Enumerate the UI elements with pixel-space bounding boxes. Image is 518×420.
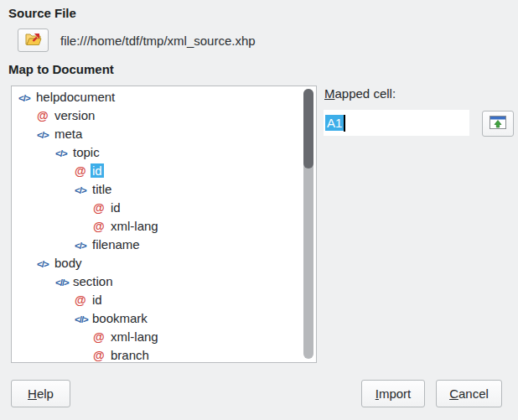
tree-item-label: filename — [91, 237, 142, 251]
xml-source-dialog: Source File file:///home/tdf/tmp/xml_sou… — [0, 0, 518, 420]
element-icon: </> — [18, 89, 34, 107]
tree-item-label: xml-lang — [109, 329, 160, 344]
tree-rows: </>helpdocument @version </>meta </>topi… — [12, 86, 316, 363]
repeating-element-icon: <//> — [55, 273, 71, 292]
element-icon: </> — [37, 126, 53, 144]
element-icon: </> — [75, 236, 91, 255]
mapped-cell-label: Mapped cell: — [324, 86, 396, 101]
tree-item-filename[interactable]: </>filename — [12, 236, 316, 254]
attribute-icon: @ — [93, 199, 109, 217]
tree-item-label: bookmark — [91, 311, 149, 325]
shrink-selection-icon — [490, 116, 506, 132]
cancel-button[interactable]: Cancel — [436, 380, 502, 407]
tree-item-label: body — [53, 256, 84, 270]
source-file-path: file:///home/tdf/tmp/xml_source.xhp — [60, 34, 256, 48]
tree-item-section[interactable]: <//>section — [12, 272, 316, 291]
tree-item-label: meta — [53, 127, 84, 141]
element-icon: </> — [55, 144, 71, 163]
tree-scrollbar-thumb[interactable] — [303, 89, 313, 169]
tree-item-title[interactable]: </>title — [12, 180, 316, 199]
map-to-document-heading: Map to Document — [8, 62, 114, 76]
attribute-icon: @ — [75, 162, 91, 180]
element-icon: </> — [37, 255, 53, 273]
tree-item-id2[interactable]: @id — [12, 291, 316, 309]
tree-item-id[interactable]: @id — [12, 199, 316, 217]
tree-item-xml-lang[interactable]: @xml-lang — [12, 217, 316, 236]
element-icon: </> — [75, 181, 91, 200]
tree-item-branch[interactable]: @branch — [12, 346, 316, 363]
import-button[interactable]: Import — [361, 380, 425, 407]
help-button[interactable]: Help — [11, 380, 70, 407]
repeating-element-icon: <//> — [75, 310, 91, 329]
xml-mapping-tree: </>helpdocument @version </>meta </>topi… — [11, 86, 317, 363]
tree-item-label: version — [53, 108, 96, 122]
tree-item-label: id — [109, 200, 122, 215]
tree-item-xml-lang2[interactable]: @xml-lang — [12, 328, 316, 346]
tree-scrollbar[interactable] — [303, 89, 313, 359]
mapped-cell-value: A1 — [325, 115, 344, 131]
tree-item-label: id — [91, 293, 104, 307]
attribute-icon: @ — [37, 106, 53, 125]
attribute-icon: @ — [93, 346, 109, 363]
tree-item-label: title — [91, 182, 113, 196]
mapped-cell-input[interactable]: A1 — [324, 110, 469, 136]
tree-item-meta[interactable]: </>meta — [12, 125, 316, 143]
tree-item-label: helpdocument — [34, 90, 117, 104]
open-folder-icon — [24, 32, 43, 49]
attribute-icon: @ — [93, 328, 109, 346]
tree-item-helpdocument[interactable]: </>helpdocument — [12, 88, 316, 106]
source-file-heading: Source File — [8, 6, 76, 20]
tree-item-bookmark[interactable]: <//>bookmark — [12, 309, 316, 328]
tree-item-topic[interactable]: </>topic — [12, 143, 316, 162]
browse-source-file-button[interactable] — [18, 29, 49, 52]
tree-item-label: xml-lang — [109, 219, 160, 233]
tree-item-label: topic — [71, 145, 101, 159]
attribute-icon: @ — [75, 291, 91, 309]
tree-item-id-selected[interactable]: @id — [12, 162, 316, 180]
tree-item-version[interactable]: @version — [12, 106, 316, 125]
tree-item-label: section — [71, 274, 115, 288]
tree-item-body[interactable]: </>body — [12, 254, 316, 272]
tree-item-label: branch — [109, 348, 151, 362]
text-caret — [344, 115, 345, 132]
attribute-icon: @ — [93, 217, 109, 236]
tree-item-label-selected: id — [91, 163, 104, 178]
shrink-selection-button[interactable] — [482, 111, 514, 137]
